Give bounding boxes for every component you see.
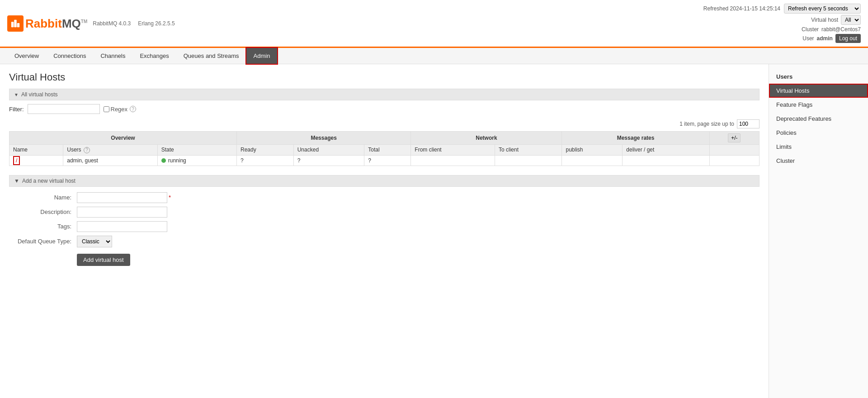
sidebar-item-feature-flags[interactable]: Feature Flags — [769, 98, 868, 112]
sidebar-item-cluster[interactable]: Cluster — [769, 154, 868, 168]
add-vhost-button[interactable]: Add virtual host — [77, 254, 130, 266]
logo-tm: TM — [81, 19, 87, 24]
vhost-to-client-cell — [495, 155, 562, 166]
filter-input[interactable] — [28, 104, 100, 114]
top-right: Refreshed 2024-11-15 14:25:14 Refresh ev… — [703, 4, 861, 43]
refreshed-label: Refreshed 2024-11-15 14:25:14 — [703, 5, 780, 12]
description-input[interactable] — [77, 207, 167, 218]
vhosts-table: Overview Messages Network Message rates … — [9, 131, 760, 166]
th-overview: Overview — [9, 132, 237, 145]
vhost-publish-cell — [562, 155, 623, 166]
refresh-row: Refreshed 2024-11-15 14:25:14 Refresh ev… — [703, 4, 861, 14]
plus-minus-button[interactable]: +/- — [728, 133, 741, 142]
user-row: User admin Log out — [802, 34, 861, 43]
th-from-client: From client — [411, 145, 495, 156]
page-title: Virtual Hosts — [9, 71, 760, 83]
regex-help-icon[interactable]: ? — [130, 106, 136, 112]
items-info: 1 item, page size up to — [9, 119, 760, 128]
th-state: State — [157, 145, 236, 156]
sidebar-item-limits[interactable]: Limits — [769, 140, 868, 154]
th-total: Total — [364, 145, 411, 156]
nav-queues[interactable]: Queues and Streams — [176, 48, 246, 64]
vhost-action-cell — [709, 155, 759, 166]
section-arrow: ▼ — [14, 92, 19, 97]
queue-type-label: Default Queue Type: — [9, 238, 77, 245]
th-deliver-get: deliver / get — [623, 145, 709, 156]
tags-input[interactable] — [77, 221, 167, 232]
queue-type-select[interactable]: Classic Quorum Stream — [77, 236, 112, 247]
sidebar-users-title: Users — [769, 70, 868, 84]
vhost-users-cell: admin, guest — [63, 155, 158, 166]
vhost-select[interactable]: All / — [841, 15, 861, 25]
vhost-deliver-get-cell — [623, 155, 709, 166]
rabbitmq-version: RabbitMQ 4.0.3 — [93, 20, 131, 27]
filter-label: Filter: — [9, 106, 24, 113]
th-users: Users ? — [63, 145, 158, 156]
virtual-host-label: Virtual host — [811, 17, 838, 23]
nav-exchanges[interactable]: Exchanges — [132, 48, 176, 64]
sidebar: Users Virtual Hosts Feature Flags Deprec… — [769, 64, 868, 398]
sidebar-item-deprecated-features[interactable]: Deprecated Features — [769, 112, 868, 126]
vhost-name-link[interactable]: / — [13, 156, 20, 165]
svg-rect-1 — [14, 19, 17, 27]
vhost-name-cell: / — [9, 155, 63, 166]
vhost-state-cell: running — [157, 155, 236, 166]
vhost-total-cell: ? — [364, 155, 411, 166]
add-section-header[interactable]: ▼ Add a new virtual host — [9, 175, 760, 187]
nav-channels[interactable]: Channels — [93, 48, 132, 64]
th-empty — [709, 145, 759, 156]
logo-area: RabbitMQTM RabbitMQ 4.0.3 Erlang 26.2.5.… — [7, 15, 175, 32]
state-dot — [161, 158, 166, 163]
section-title: All virtual hosts — [21, 91, 58, 98]
description-form-row: Description: — [9, 207, 760, 218]
tags-label: Tags: — [9, 223, 77, 230]
user-label: User — [802, 35, 814, 42]
regex-checkbox[interactable] — [104, 106, 109, 112]
nav-admin[interactable]: Admin — [246, 48, 278, 64]
cluster-label: Cluster — [802, 26, 819, 33]
main-nav: Overview Connections Channels Exchanges … — [0, 48, 868, 64]
nav-connections[interactable]: Connections — [46, 48, 93, 64]
content-wrapper: Virtual Hosts ▼ All virtual hosts Filter… — [0, 64, 868, 398]
add-vhost-section: ▼ Add a new virtual host Name: * Descrip… — [9, 175, 760, 266]
tags-form-row: Tags: — [9, 221, 760, 232]
cluster-value: rabbit@Centos7 — [821, 26, 861, 33]
add-section-title: Add a new virtual host — [22, 178, 75, 184]
page-size-input[interactable] — [737, 119, 760, 128]
th-plusminus: +/- — [709, 132, 759, 145]
add-section-arrow: ▼ — [14, 178, 19, 184]
th-message-rates: Message rates — [562, 132, 709, 145]
logout-button[interactable]: Log out — [835, 34, 861, 43]
filter-row: Filter: Regex ? — [9, 104, 760, 114]
version-info: RabbitMQ 4.0.3 Erlang 26.2.5.5 — [93, 20, 175, 27]
name-label: Name: — [9, 194, 77, 201]
cluster-row: Cluster rabbit@Centos7 — [802, 26, 861, 33]
logo: RabbitMQTM — [7, 15, 87, 32]
user-value: admin — [817, 35, 833, 42]
table-row: / admin, guest running ? ? ? — [9, 155, 760, 166]
logo-icon — [7, 15, 24, 32]
refresh-select[interactable]: Refresh every 5 seconds Refresh every 10… — [784, 4, 861, 14]
users-help-icon[interactable]: ? — [84, 147, 90, 153]
all-vhosts-section-header[interactable]: ▼ All virtual hosts — [9, 89, 760, 100]
erlang-version: Erlang 26.2.5.5 — [138, 20, 175, 27]
sidebar-item-virtual-hosts[interactable]: Virtual Hosts — [769, 84, 868, 98]
svg-rect-0 — [11, 22, 14, 27]
top-bar: RabbitMQTM RabbitMQ 4.0.3 Erlang 26.2.5.… — [0, 0, 868, 48]
th-publish: publish — [562, 145, 623, 156]
th-unacked: Unacked — [293, 145, 364, 156]
items-count: 1 item, page size up to — [679, 121, 734, 127]
vhost-from-client-cell — [411, 155, 495, 166]
regex-label: Regex ? — [104, 106, 137, 113]
th-ready: Ready — [236, 145, 293, 156]
name-input[interactable] — [77, 192, 167, 203]
th-messages: Messages — [236, 132, 410, 145]
sidebar-item-policies[interactable]: Policies — [769, 126, 868, 140]
main-content: Virtual Hosts ▼ All virtual hosts Filter… — [0, 64, 769, 398]
queue-type-form-row: Default Queue Type: Classic Quorum Strea… — [9, 236, 760, 247]
th-name: Name — [9, 145, 63, 156]
vhost-unacked-cell: ? — [293, 155, 364, 166]
nav-overview[interactable]: Overview — [7, 48, 46, 64]
logo-text: RabbitMQTM — [25, 16, 87, 31]
name-form-row: Name: * — [9, 192, 760, 203]
